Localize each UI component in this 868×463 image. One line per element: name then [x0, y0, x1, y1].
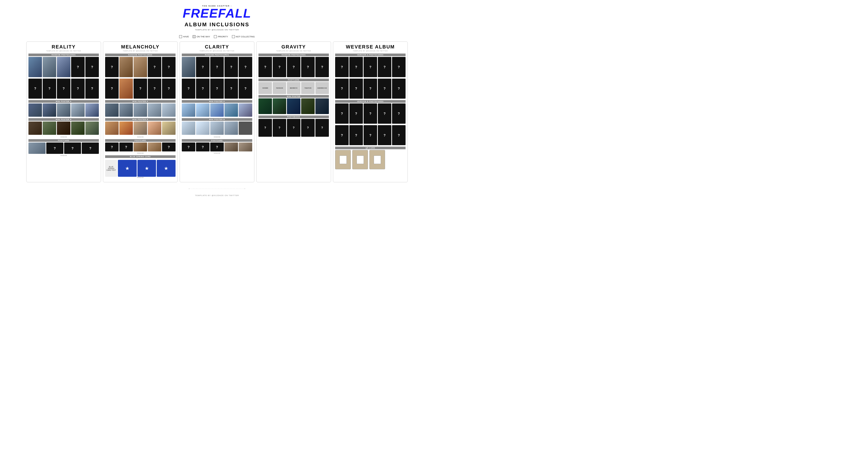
card-slot[interactable]: ?	[28, 79, 42, 99]
mini-poster-item[interactable]	[182, 122, 195, 135]
mini-poster-item[interactable]	[148, 103, 161, 117]
card-slot[interactable]: ?	[43, 79, 56, 99]
photobook-slot[interactable]: ?	[273, 119, 286, 137]
card-slot[interactable]: ?	[315, 57, 329, 77]
mini-poster-item[interactable]	[43, 122, 56, 135]
have-checkbox[interactable]	[179, 35, 182, 38]
mini-poster-item[interactable]	[148, 122, 161, 135]
mini-poster-item[interactable]	[71, 103, 85, 117]
card-slot[interactable]: ?	[301, 57, 315, 77]
card-slot[interactable]: ?	[105, 57, 119, 77]
mini-poster-item[interactable]	[43, 103, 56, 117]
card-slot[interactable]: ?	[364, 57, 377, 77]
card-slot[interactable]: ?	[335, 79, 349, 99]
postcard-slot[interactable]: ?	[162, 143, 176, 151]
photobook-slot[interactable]: ?	[315, 119, 329, 137]
card-slot[interactable]: ?	[273, 57, 286, 77]
card-slot[interactable]: ?	[148, 79, 161, 99]
mini-poster-item[interactable]	[105, 103, 119, 117]
postcard-hueningkai[interactable]: HUENING KAI	[315, 82, 329, 94]
card-slot[interactable]: ?	[335, 125, 349, 146]
photobook-slot[interactable]: ?	[287, 119, 301, 137]
mini-poster-item[interactable]	[119, 122, 133, 135]
card-slot[interactable]: ?	[57, 79, 70, 99]
card-slot[interactable]: ?	[392, 79, 406, 99]
card-slot[interactable]: ?	[224, 79, 238, 99]
card-slot[interactable]: ?	[85, 79, 99, 99]
card-slot[interactable]: ?	[71, 79, 85, 99]
postcard-slot[interactable]	[133, 143, 147, 151]
card-slot[interactable]: ?	[239, 79, 252, 99]
card-slot[interactable]	[133, 57, 147, 77]
card-slot[interactable]: ?	[349, 79, 363, 99]
priority-checkbox[interactable]	[214, 35, 217, 38]
mini-poster-item[interactable]	[196, 103, 210, 117]
qr-card-3[interactable]	[369, 150, 385, 169]
mini-poster-item[interactable]	[182, 103, 195, 117]
mini-poster-item[interactable]	[196, 122, 210, 135]
mini-poster-item[interactable]	[71, 122, 85, 135]
mini-poster-item[interactable]	[28, 103, 42, 117]
card-slot[interactable]: ?	[349, 57, 363, 77]
card-slot[interactable]	[28, 57, 42, 77]
blue-spring-card[interactable]: ★	[118, 160, 137, 177]
mini-poster-item[interactable]	[210, 122, 224, 135]
card-slot[interactable]: ?	[182, 79, 195, 99]
card-slot[interactable]: ?	[364, 125, 377, 146]
card-slot[interactable]: ?	[335, 57, 349, 77]
mini-poster-gravity-item[interactable]	[301, 98, 315, 114]
postcard-beomgyu[interactable]: BEOMGYU	[287, 82, 301, 94]
postcard-taehyun[interactable]: TAEHYUN	[301, 82, 315, 94]
mini-poster-item[interactable]	[85, 103, 99, 117]
card-slot[interactable]: ?	[71, 57, 85, 77]
card-slot[interactable]: ?	[133, 79, 147, 99]
card-slot[interactable]	[119, 57, 133, 77]
qr-card-2[interactable]	[352, 150, 368, 169]
mini-poster-gravity-item[interactable]	[273, 98, 286, 114]
postcard-slot[interactable]: ?	[119, 143, 133, 151]
on-the-way-checkbox[interactable]	[193, 35, 195, 38]
postcard-slot[interactable]: ?	[105, 143, 119, 151]
card-slot[interactable]: ?	[378, 125, 391, 146]
card-slot[interactable]: ?	[287, 57, 301, 77]
mini-poster-item[interactable]	[105, 122, 119, 135]
postcard-yeonjun[interactable]: YEONJUN	[273, 82, 286, 94]
postcard-slot[interactable]	[224, 143, 238, 151]
mini-poster-gravity-item[interactable]	[287, 98, 301, 114]
not-collecting-checkbox[interactable]	[232, 35, 235, 38]
mini-poster-item[interactable]	[133, 122, 147, 135]
card-slot[interactable]: ?	[349, 103, 363, 124]
card-slot[interactable]: ?	[210, 57, 224, 77]
card-slot[interactable]: ?	[196, 57, 210, 77]
card-slot[interactable]	[119, 79, 133, 99]
card-slot[interactable]: ?	[224, 57, 238, 77]
photobook-slot[interactable]: ?	[258, 119, 272, 137]
mini-poster-item[interactable]	[85, 122, 99, 135]
blue-spring-card[interactable]: ★	[157, 160, 176, 177]
card-slot[interactable]: ?	[162, 57, 176, 77]
card-slot[interactable]: ?	[378, 103, 391, 124]
card-slot[interactable]: ?	[392, 103, 406, 124]
card-slot[interactable]: ?	[392, 125, 406, 146]
postcard-slot[interactable]	[148, 143, 161, 151]
card-slot[interactable]: ?	[349, 125, 363, 146]
mini-poster-item[interactable]	[162, 122, 176, 135]
card-slot[interactable]: ?	[148, 57, 161, 77]
mini-poster-gravity-item[interactable]	[315, 98, 329, 114]
blue-spring-card[interactable]: ★	[137, 160, 156, 177]
postcard-slot[interactable]: ?	[82, 143, 99, 154]
mini-poster-gravity-item[interactable]	[258, 98, 272, 114]
card-slot[interactable]: ?	[210, 79, 224, 99]
card-slot[interactable]: ?	[196, 79, 210, 99]
postcard-slot[interactable]: ?	[182, 143, 195, 151]
mini-poster-item[interactable]	[210, 103, 224, 117]
card-slot[interactable]: ?	[162, 79, 176, 99]
card-slot[interactable]: ?	[85, 57, 99, 77]
mini-poster-item[interactable]	[239, 103, 252, 117]
qr-card-1[interactable]	[335, 150, 351, 169]
card-slot[interactable]: ?	[378, 57, 391, 77]
mini-poster-item[interactable]	[224, 122, 238, 135]
postcard-slot[interactable]: ?	[46, 143, 63, 154]
mini-poster-item[interactable]	[224, 103, 238, 117]
card-slot[interactable]: ?	[392, 57, 406, 77]
